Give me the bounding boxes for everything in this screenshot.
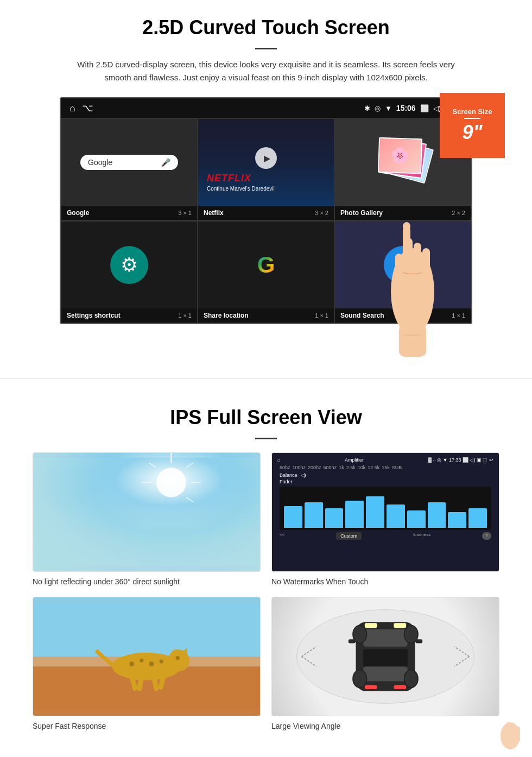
svg-point-31: [176, 656, 180, 660]
photo-label-row: Photo Gallery 2 × 2: [335, 206, 471, 220]
eq-bar-10: [468, 508, 487, 528]
gear-icon: ⚙: [121, 254, 138, 276]
photo-grid-size: 2 × 2: [452, 210, 465, 216]
music-note-icon: ♪: [398, 255, 408, 276]
image-item-equalizer: ⌂ Amplifier ▓ ·· ◎ ▼ 17:33 ⬜ ◁) ▣ ⬚ ↩ 60…: [271, 452, 499, 586]
eq-bar-7: [407, 510, 426, 528]
netflix-app-content: NETFLIX Continue Marvel's Daredevil: [198, 119, 334, 206]
equalizer-image: ⌂ Amplifier ▓ ·· ◎ ▼ 17:33 ⬜ ◁) ▣ ⬚ ↩ 60…: [271, 452, 499, 572]
equalizer-caption: No Watermarks When Touch: [271, 577, 499, 586]
eq-bar-6: [387, 504, 405, 528]
section1-divider: [255, 48, 277, 49]
google-app-content: Google 🎤: [61, 119, 197, 206]
svg-point-45: [353, 670, 366, 688]
sound-label-row: Sound Search 1 × 1: [335, 308, 471, 323]
netflix-logo: NETFLIX: [207, 173, 251, 184]
eq-bar-9: [448, 512, 466, 528]
google-app-name: Google: [67, 209, 89, 217]
photo-app-name: Photo Gallery: [340, 209, 383, 217]
android-screen: ⌂ ⌥ ✱ ◎ ▼ 15:06 ⬜ ◁) ▣ ⬚: [60, 97, 472, 324]
maps-icon: G: [250, 249, 282, 281]
maps-g-letter: G: [257, 252, 275, 278]
app-cell-sound[interactable]: ♪ Sound Search 1 × 1: [334, 221, 471, 323]
location-icon: ◎: [375, 104, 381, 112]
eq-freq-sub: SUB: [392, 465, 402, 470]
image-item-car: Large Viewing Angle: [271, 597, 499, 730]
eq-loudness-label: loudness: [413, 532, 430, 540]
home-icon: ⌂: [69, 103, 75, 114]
eq-freq-12k5: 12.5k: [368, 465, 379, 470]
sunlight-caption: No light reflecting under 360° direct su…: [33, 577, 261, 586]
netflix-label-row: Netflix 3 × 2: [198, 206, 334, 220]
netflix-subtitle: Continue Marvel's Daredevil: [207, 186, 275, 192]
eq-time: ▓ ·· ◎ ▼ 17:33 ⬜ ◁) ▣ ⬚ ↩: [428, 457, 493, 463]
eq-bar-1: [284, 506, 302, 528]
sound-inner: ♪: [335, 222, 471, 308]
app-grid-row2: ⚙ Settings shortcut 1 × 1 G: [61, 220, 471, 323]
eq-bar-2: [305, 502, 323, 528]
car-image: [271, 597, 499, 716]
car-caption: Large Viewing Angle: [271, 722, 499, 730]
sound-app-name: Sound Search: [340, 312, 384, 319]
svg-rect-22: [33, 602, 260, 661]
section-ips: IPS Full Screen View: [0, 395, 532, 747]
photo-card-3: 🌸: [378, 137, 422, 174]
cheetah-bg: [33, 597, 260, 716]
svg-rect-41: [363, 666, 408, 681]
settings-grid-size: 1 × 1: [178, 312, 192, 319]
eq-freq-60: 60hz: [280, 465, 290, 470]
google-search-bar[interactable]: Google 🎤: [80, 155, 178, 170]
section-curved-touch: 2.5D Curved Touch Screen With 2.5D curve…: [0, 0, 532, 335]
app-grid-row1: Google 🎤 Google 3 × 1: [61, 118, 471, 220]
eq-bar-8: [428, 502, 446, 528]
section-divider: [0, 379, 532, 379]
maps-app-name: Share location: [204, 312, 249, 319]
badge-divider: [464, 118, 480, 119]
settings-label-row: Settings shortcut 1 × 1: [61, 308, 197, 323]
app-cell-maps[interactable]: G Share location 1 × 1: [198, 221, 334, 323]
svg-rect-7: [399, 324, 426, 357]
svg-rect-9: [33, 458, 260, 566]
status-bar-left: ⌂ ⌥: [69, 102, 93, 114]
app-cell-google[interactable]: Google 🎤 Google 3 × 1: [61, 118, 198, 220]
balance-icon: ◁): [301, 472, 306, 478]
svg-point-10: [156, 468, 186, 497]
google-mic-icon: 🎤: [161, 158, 170, 167]
eq-left-arrows: <<: [280, 532, 284, 540]
eq-freq-500: 500hz: [324, 465, 337, 470]
section2-title: IPS Full Screen View: [33, 406, 499, 429]
status-bar: ⌂ ⌥ ✱ ◎ ▼ 15:06 ⬜ ◁) ▣ ⬚: [61, 98, 471, 118]
fader-label: Fader: [280, 479, 293, 484]
netflix-play-button[interactable]: [255, 147, 277, 169]
image-grid: No light reflecting under 360° direct su…: [33, 452, 499, 730]
svg-rect-51: [365, 685, 377, 689]
flower-emoji: 🌸: [390, 146, 410, 165]
bluetooth-icon: ✱: [364, 104, 370, 112]
eq-home-icon: ⌂: [277, 457, 280, 463]
eq-status-bar: ⌂ Amplifier ▓ ·· ◎ ▼ 17:33 ⬜ ◁) ▣ ⬚ ↩: [275, 456, 496, 464]
eq-freq-1k: 1k: [339, 465, 344, 470]
sound-app-content: ♪: [335, 222, 471, 308]
svg-point-27: [140, 659, 143, 663]
camera-icon: ⬜: [420, 104, 429, 112]
svg-point-46: [404, 670, 418, 688]
eq-toggle[interactable]: ○: [482, 532, 491, 540]
screen-size-badge: Screen Size 9": [440, 93, 505, 158]
maps-inner: G: [198, 222, 334, 308]
netflix-grid-size: 3 × 2: [315, 210, 328, 216]
google-grid-size: 3 × 1: [178, 210, 192, 216]
eq-custom-btn[interactable]: Custom: [336, 532, 362, 540]
badge-size: 9": [462, 121, 482, 144]
settings-icon-bg: ⚙: [110, 246, 148, 284]
sound-grid-size: 1 × 1: [452, 312, 465, 319]
svg-rect-50: [394, 623, 406, 628]
app-cell-netflix[interactable]: NETFLIX Continue Marvel's Daredevil Netf…: [198, 118, 334, 220]
svg-point-28: [149, 661, 154, 666]
eq-freq-10k: 10k: [358, 465, 366, 470]
section1-title: 2.5D Curved Touch Screen: [33, 16, 499, 39]
svg-rect-40: [363, 629, 408, 647]
image-item-sunlight: No light reflecting under 360° direct su…: [33, 452, 261, 586]
app-cell-settings[interactable]: ⚙ Settings shortcut 1 × 1: [61, 221, 198, 323]
sunlight-bg: [33, 453, 260, 571]
sunlight-image: [33, 452, 261, 572]
